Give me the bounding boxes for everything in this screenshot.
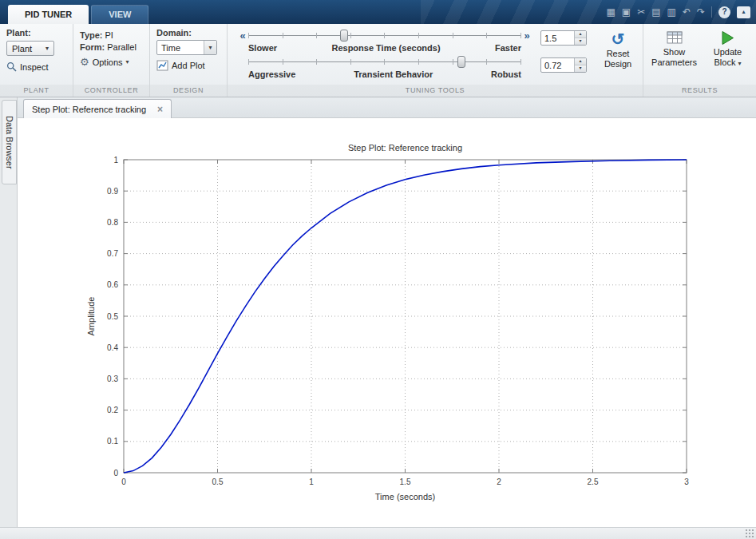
options-label: Options [93,57,123,67]
svg-text:0.8: 0.8 [107,218,118,227]
svg-text:Amplitude: Amplitude [86,297,96,336]
paste-icon[interactable]: ▥ [667,7,676,17]
data-browser-label: Data Browser [5,116,14,169]
add-plot-icon [156,60,168,71]
ribbon-tabs: PID TUNER VIEW [8,5,148,24]
response-time-increase-button[interactable]: » [521,29,532,42]
help-icon[interactable]: ? [718,6,730,18]
save-icon[interactable]: ▣ [622,7,631,17]
inspect-label: Inspect [20,62,48,72]
svg-text:0.3: 0.3 [107,375,118,383]
svg-text:0.5: 0.5 [212,478,224,486]
inspect-button[interactable]: Inspect [6,61,48,72]
robust-label: Robust [491,69,521,81]
caret-down-icon: ▾ [46,46,49,52]
add-plot-button[interactable]: Add Plot [156,60,205,71]
gear-icon: ⚙ [80,57,89,67]
data-browser-strip: Data Browser [0,97,18,528]
layout-grid-icon[interactable]: ▦ [606,7,615,17]
document-area: Step Plot: Reference tracking × 00.511.5… [18,97,756,528]
tuning-sliders: « » Slower Response Time (seconds) Faste… [237,29,532,85]
pid-tuner-window: PID TUNER VIEW ▦ ▣ ✂ ▤ ▥ ↶ ↷ ? ▴ Plant: … [0,0,756,539]
reset-design-icon: ↺ [612,31,625,47]
svg-text:0.9: 0.9 [107,187,118,196]
titlebar: PID TUNER VIEW ▦ ▣ ✂ ▤ ▥ ↶ ↷ ? ▴ [0,0,756,24]
show-parameters-label-line2: Parameters [651,57,697,68]
section-label-tuning-tools: TUNING TOOLS [228,85,643,97]
spin-down-icon[interactable]: ▾ [575,38,586,45]
section-label-results: RESULTS [643,85,756,97]
transient-behavior-value: 0.72 [541,58,574,72]
dropdown-arrow[interactable]: ▾ [204,41,216,54]
spinner-buttons: ▴ ▾ [574,58,586,72]
add-plot-label: Add Plot [172,61,205,70]
data-browser-tab[interactable]: Data Browser [2,100,17,184]
domain-value: Time [157,43,204,53]
update-block-label-line2: Block [714,57,736,67]
response-time-decrease-button[interactable]: « [237,29,248,42]
transient-behavior-slider[interactable] [248,55,521,69]
quick-access-toolbar: ▦ ▣ ✂ ▤ ▥ ↶ ↷ ? ▴ [606,0,750,24]
tuning-value-inputs: 1.5 ▴ ▾ 0.72 ▴ ▾ [540,29,587,85]
section-tuning-tools: « » Slower Response Time (seconds) Faste… [228,24,643,97]
type-label: Type: [80,30,103,40]
svg-text:1: 1 [113,156,118,164]
response-time-input[interactable]: 1.5 ▴ ▾ [540,30,587,46]
reset-design-label-line1: Reset [607,49,630,59]
step-plot-tab[interactable]: Step Plot: Reference tracking × [23,99,172,118]
plant-dropdown[interactable]: Plant ▾ [6,41,54,56]
show-parameters-button[interactable]: Show Parameters [649,27,700,85]
aggressive-label: Aggressive [248,69,295,81]
response-time-label: Response Time (seconds) [331,42,440,55]
section-plant: Plant: Plant ▾ Inspect PLANT [0,24,73,97]
cut-icon[interactable]: ✂ [637,7,645,17]
ribbon-tab-view[interactable]: VIEW [91,5,148,24]
svg-text:0.5: 0.5 [107,312,118,321]
domain-select[interactable]: Time ▾ [156,40,217,55]
document-tabbar: Step Plot: Reference tracking × [18,97,756,118]
svg-text:0.6: 0.6 [107,280,118,289]
copy-icon[interactable]: ▤ [651,7,660,17]
spinner-buttons: ▴ ▾ [574,31,586,45]
svg-text:2.5: 2.5 [588,478,599,486]
close-icon[interactable]: × [157,105,163,114]
section-design: Domain: Time ▾ Add Plot DESIGN [150,24,228,97]
form-value: Parallel [107,42,137,52]
svg-text:0: 0 [113,469,118,478]
section-label-design: DESIGN [150,85,227,97]
section-controller: Type:PI Form:Parallel ⚙ Options ▾ CONTRO… [73,24,150,97]
options-button[interactable]: ⚙ Options ▾ [80,57,129,67]
spin-up-icon[interactable]: ▴ [575,31,586,38]
response-time-slider-thumb[interactable] [340,30,348,42]
reset-design-button[interactable]: ↺ Reset Design [593,29,643,85]
step-plot-tab-label: Step Plot: Reference tracking [32,105,146,114]
show-parameters-label-line1: Show [663,47,686,57]
transient-behavior-slider-thumb[interactable] [457,56,465,68]
svg-text:Time (seconds): Time (seconds) [375,492,435,501]
redo-icon[interactable]: ↷ [697,7,705,17]
transient-behavior-label: Transient Behavior [354,69,433,81]
transient-behavior-input[interactable]: 0.72 ▴ ▾ [540,57,587,73]
response-time-slider[interactable] [248,29,521,42]
toolbar-separator [711,6,712,18]
resize-grip-icon[interactable] [746,529,754,537]
form-label: Form: [80,42,105,52]
reset-design-label-line2: Design [604,59,631,69]
domain-label: Domain: [156,28,220,38]
svg-text:Step Plot: Reference tracking: Step Plot: Reference tracking [348,143,462,153]
svg-text:2: 2 [497,478,501,486]
toolstrip: Plant: Plant ▾ Inspect PLANT Type:PI Fo [0,24,756,97]
minimize-ribbon-icon[interactable]: ▴ [737,6,750,18]
svg-text:1: 1 [309,478,314,486]
slower-label: Slower [248,42,277,55]
caret-down-icon: ▾ [126,59,129,65]
svg-text:0.1: 0.1 [107,437,118,446]
ribbon-tab-pid-tuner[interactable]: PID TUNER [8,5,89,24]
section-results: Show Parameters Update Block ▾ [643,24,756,97]
update-block-button[interactable]: Update Block ▾ [703,27,754,85]
section-label-plant: PLANT [0,85,73,97]
spin-up-icon[interactable]: ▴ [575,58,586,65]
svg-text:3: 3 [684,478,689,486]
undo-icon[interactable]: ↶ [683,7,691,17]
spin-down-icon[interactable]: ▾ [575,65,586,72]
